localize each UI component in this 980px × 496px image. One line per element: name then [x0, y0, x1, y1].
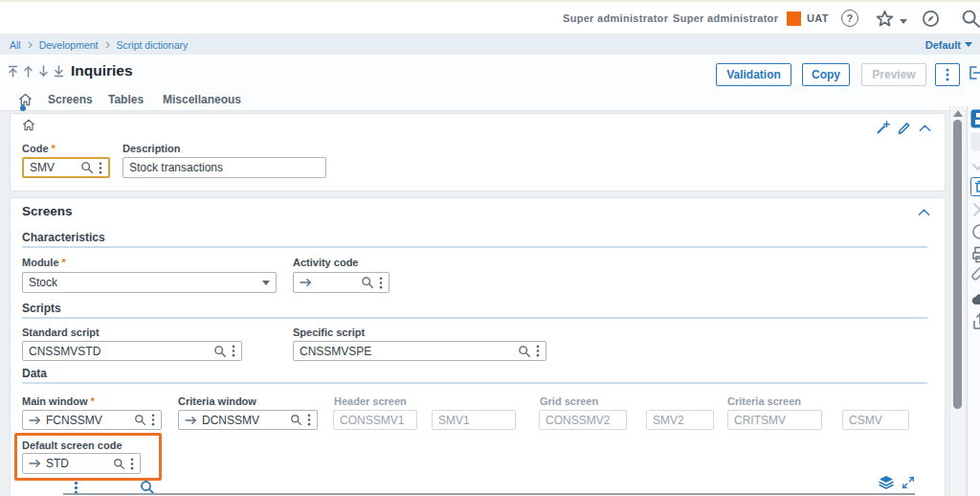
field-kebab-icon[interactable] [151, 414, 155, 426]
validation-button[interactable]: Validation [716, 63, 791, 86]
top-bar: Super administrator Super administrator … [0, 0, 980, 34]
attachment-icon[interactable] [970, 267, 980, 286]
tab-home home-icon[interactable] [18, 93, 33, 106]
last-record-icon[interactable] [54, 65, 64, 78]
previous-record-icon[interactable] [23, 65, 33, 78]
login-user-menu[interactable]: Super administrator [673, 2, 778, 34]
kebab-icon [946, 68, 949, 81]
export-icon[interactable] [970, 312, 980, 331]
grid-screen-input-1: CONSSMV2 [539, 410, 627, 430]
first-record-icon[interactable] [8, 65, 18, 78]
standard-script-label: Standard script [22, 327, 100, 338]
header-screen-value-1: CONSSMV1 [340, 414, 411, 427]
favorites-button[interactable] [876, 2, 894, 34]
lookup-search-icon[interactable] [518, 345, 531, 358]
breadcrumb-item-script-dictionary[interactable]: Script dictionary [117, 39, 189, 51]
description-value: Stock transactions [129, 161, 320, 174]
lookup-search-icon[interactable] [80, 161, 94, 174]
chevron-up-icon[interactable] [918, 208, 930, 216]
grid-screen-input-2: SMV2 [646, 410, 714, 430]
environment-badge[interactable]: UAT [807, 2, 829, 34]
section-divider [22, 382, 927, 384]
refresh-icon[interactable] [970, 222, 980, 241]
jump-arrow-icon[interactable] [185, 416, 197, 425]
module-label: Module [22, 257, 66, 268]
compass-icon [922, 10, 940, 28]
field-kebab-icon[interactable] [99, 162, 102, 174]
global-search-button[interactable] [961, 2, 980, 34]
lookup-search-icon[interactable] [113, 458, 125, 470]
main-window-value: FCNSSMV [46, 414, 129, 427]
scroll-up-arrow-icon[interactable] [953, 110, 963, 117]
navigation-button[interactable] [922, 2, 940, 34]
module-select[interactable]: Stock [22, 272, 277, 293]
tab-screens[interactable]: Screens [48, 89, 93, 110]
lookup-search-icon[interactable] [213, 345, 227, 358]
help-button[interactable]: ? [841, 2, 858, 34]
endpoint-selector[interactable]: Default [925, 34, 972, 55]
activity-code-input[interactable] [293, 272, 390, 293]
main-window-input[interactable]: FCNSSMV [22, 410, 162, 430]
main-window-label: Main window [22, 395, 95, 407]
tab-miscellaneous-label: Miscellaneous [163, 93, 241, 106]
grid-screen-label: Grid screen [540, 395, 598, 407]
print-icon[interactable] [970, 245, 980, 264]
jump-arrow-icon[interactable] [300, 278, 312, 287]
delete-icon[interactable] [970, 177, 980, 196]
jump-arrow-icon[interactable] [29, 459, 41, 468]
more-actions-button[interactable] [935, 63, 960, 86]
lookup-search-icon[interactable] [361, 276, 374, 289]
default-screen-code-value: STD [46, 457, 108, 470]
collapse-chevron-icon[interactable] [919, 124, 931, 132]
cloud-icon[interactable] [970, 290, 980, 309]
save-icon[interactable] [970, 109, 980, 128]
specific-script-input[interactable]: CNSSMVSPE [293, 341, 546, 361]
tab-tables[interactable]: Tables [108, 89, 144, 110]
cancel-icon[interactable] [970, 200, 980, 219]
validate-icon[interactable] [970, 155, 980, 174]
breadcrumb-item-development[interactable]: Development [39, 39, 99, 51]
layers-icon[interactable] [879, 475, 894, 490]
field-kebab-icon[interactable] [536, 345, 540, 357]
header-screen-label: Header screen [334, 395, 407, 407]
description-input[interactable]: Stock transactions [122, 157, 326, 178]
favorites-caret[interactable] [900, 5, 907, 37]
scrollbar-thumb[interactable] [953, 120, 962, 409]
criteria-window-value: DCNSSMV [202, 414, 285, 427]
field-kebab-icon[interactable] [307, 414, 311, 426]
criteria-screen-label: Criteria screen [727, 395, 801, 407]
caret-down-icon [262, 281, 270, 285]
expand-icon[interactable] [902, 476, 915, 489]
field-kebab-icon[interactable] [130, 458, 134, 470]
title-bar: Inquiries Validation Copy Preview [0, 55, 980, 89]
jump-arrow-icon[interactable] [29, 416, 41, 425]
pencil-icon[interactable] [897, 121, 911, 135]
next-record-icon[interactable] [38, 65, 49, 78]
new-icon[interactable] [970, 132, 980, 151]
lookup-search-icon[interactable] [134, 414, 146, 426]
help-icon: ? [841, 10, 858, 27]
standard-script-input[interactable]: CNSSMVSTD [22, 341, 242, 361]
grid-screen-value-1: CONSSMV2 [546, 414, 620, 427]
tab-miscellaneous[interactable]: Miscellaneous [163, 89, 241, 110]
preview-button-label: Preview [872, 68, 915, 81]
preview-button[interactable]: Preview [861, 63, 926, 86]
field-kebab-icon[interactable] [379, 277, 383, 289]
field-kebab-icon[interactable] [232, 345, 235, 357]
header-screen-value-2: SMV1 [438, 414, 509, 427]
default-screen-code-input[interactable]: STD [22, 453, 141, 474]
criteria-window-input[interactable]: DCNSSMV [178, 410, 318, 430]
specific-script-value: CNSSMVSPE [300, 345, 513, 358]
copy-button[interactable]: Copy [802, 63, 850, 86]
magic-wand-icon[interactable] [876, 121, 890, 135]
tab-screens-label: Screens [48, 93, 93, 106]
search-icon [961, 9, 980, 29]
criteria-screen-value-1: CRITSMV [734, 414, 815, 427]
code-input[interactable]: SMV [22, 157, 110, 178]
lookup-search-icon[interactable] [290, 414, 302, 426]
right-action-rail [967, 106, 980, 496]
breadcrumb-item-all[interactable]: All [10, 39, 21, 51]
vertical-scrollbar[interactable] [949, 106, 965, 496]
exit-icon[interactable] [969, 65, 980, 80]
endpoint-user-menu[interactable]: Super administrator [563, 2, 668, 34]
